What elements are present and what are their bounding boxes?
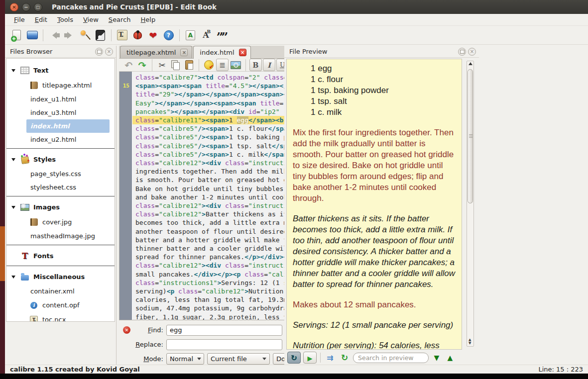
file-preview-title: File Preview xyxy=(289,48,328,55)
beautify-html-icon[interactable] xyxy=(203,59,215,71)
redo-icon[interactable] xyxy=(136,59,148,71)
section-miscellaneous[interactable]: Miscellaneous xyxy=(6,269,115,284)
book-icon xyxy=(29,81,38,90)
sync-to-editor-icon[interactable] xyxy=(324,352,336,364)
file-mastheadImage.jpg[interactable]: mastheadImage.jpg xyxy=(6,229,115,243)
section-divider xyxy=(6,266,115,266)
check-book-icon[interactable] xyxy=(131,28,144,42)
close-tab-icon[interactable] xyxy=(180,49,188,56)
line-number xyxy=(119,244,132,253)
italic-icon[interactable] xyxy=(263,59,275,71)
section-images[interactable]: Images xyxy=(6,199,115,215)
section-label: Text xyxy=(33,67,49,74)
close-tab-icon[interactable] xyxy=(239,49,246,56)
file-index_u3.html[interactable]: index_u3.html xyxy=(6,106,115,119)
section-fonts[interactable]: Fonts xyxy=(6,248,115,264)
preview-paragraph: Batter thickens as it sits. If the batte… xyxy=(293,213,457,290)
title-bar: ✕ − □ Pancakes and Pie Crusts [EPUB] - E… xyxy=(5,0,588,14)
tab-titlepage[interactable]: titlepage.xhtml xyxy=(120,46,192,58)
auto-reload-toggle[interactable] xyxy=(287,352,301,364)
play-icon xyxy=(308,353,313,363)
cut-icon[interactable] xyxy=(156,59,168,71)
file-content.opf[interactable]: content.opf xyxy=(6,298,115,312)
close-panel-icon[interactable]: × xyxy=(105,48,113,56)
close-find-icon[interactable] xyxy=(123,326,130,334)
scroll-up-icon[interactable] xyxy=(469,62,472,65)
copy-icon[interactable] xyxy=(169,59,182,71)
change-case-icon[interactable] xyxy=(199,28,213,42)
tab-index-html[interactable]: index.html xyxy=(193,46,250,59)
preview-paragraph: 1 egg1 c. flour1 tsp. baking powder1 tsp… xyxy=(311,63,457,118)
file-page_styles.css[interactable]: page_styles.css xyxy=(6,167,115,181)
menu-tools[interactable]: Tools xyxy=(52,14,78,25)
separator xyxy=(320,353,321,363)
toolbar-separator xyxy=(152,59,152,71)
file-index_u1.html[interactable]: index_u1.html xyxy=(6,93,115,106)
window-minimize-icon[interactable]: − xyxy=(22,3,30,11)
insert-image-icon[interactable] xyxy=(230,59,242,71)
window-maximize-icon[interactable]: □ xyxy=(34,3,42,11)
toolbar-separator xyxy=(245,59,246,71)
tab-label: titlepage.xhtml xyxy=(126,49,176,56)
file-name: cover.jpg xyxy=(42,218,72,226)
scope-select[interactable]: Current file xyxy=(207,353,270,365)
float-panel-icon[interactable] xyxy=(95,48,103,56)
desktop-bottom-edge xyxy=(0,374,588,379)
book-icon xyxy=(29,218,38,226)
file-name: index_u3.html xyxy=(30,109,76,116)
file-stylesheet.css[interactable]: stylesheet.css xyxy=(6,181,115,194)
scroll-step-icons[interactable]: ▲▼ xyxy=(469,338,471,345)
cursor-position: Line: 15 : 223 xyxy=(538,366,583,373)
file-name: mastheadImage.jpg xyxy=(30,232,95,240)
new-file-icon[interactable] xyxy=(10,28,23,42)
undo-icon[interactable] xyxy=(122,59,135,71)
section-text[interactable]: Text xyxy=(6,63,115,78)
paste-icon[interactable] xyxy=(183,59,195,71)
refresh-preview-button[interactable] xyxy=(303,352,317,364)
bold-icon[interactable] xyxy=(249,59,262,71)
file-titlepage.xhtml[interactable]: titlepage.xhtml xyxy=(6,78,115,93)
scrollbar-thumb[interactable] xyxy=(468,69,473,203)
file-container.xml[interactable]: container.xml xyxy=(6,284,115,298)
mode-select[interactable]: Normal xyxy=(166,353,204,365)
donate-icon[interactable] xyxy=(146,28,160,42)
search-next-icon[interactable]: ▼ xyxy=(431,354,442,362)
window-close-icon[interactable]: ✕ xyxy=(10,3,18,11)
menu-search[interactable]: Search xyxy=(104,14,136,25)
edit-book-icon[interactable] xyxy=(94,28,107,42)
help-icon[interactable] xyxy=(162,28,175,42)
toolbar-separator xyxy=(179,29,180,41)
search-previous-icon[interactable]: ▲ xyxy=(445,354,456,362)
find-input[interactable] xyxy=(166,325,282,336)
menu-file[interactable]: File xyxy=(9,14,30,25)
forward-icon[interactable] xyxy=(63,28,76,42)
back-icon[interactable] xyxy=(47,28,61,42)
menu-view[interactable]: View xyxy=(78,14,104,25)
spellcheck-icon[interactable] xyxy=(184,28,197,42)
file-toc.ncx[interactable]: toc.ncx xyxy=(6,312,115,322)
file-index_u2.html[interactable]: index_u2.html xyxy=(6,133,115,146)
menu-edit[interactable]: Edit xyxy=(30,14,52,25)
reload-icon[interactable] xyxy=(339,352,351,364)
file-name: index_u2.html xyxy=(30,136,76,143)
menu-help[interactable]: Help xyxy=(136,14,161,25)
file-name: stylesheet.css xyxy=(30,184,76,191)
save-book-icon[interactable] xyxy=(25,28,39,42)
preview-document[interactable]: 1 egg1 c. flour1 tsp. baking powder1 tsp… xyxy=(286,59,462,350)
preview-scrollbar[interactable]: ▲▼ xyxy=(467,61,474,347)
pin-icon[interactable] xyxy=(78,28,92,42)
smarten-punctuation-icon[interactable] xyxy=(215,28,228,42)
float-panel-icon[interactable] xyxy=(458,48,466,56)
format-text-icon[interactable] xyxy=(216,59,229,71)
preview-search-input[interactable] xyxy=(353,353,429,363)
chevron-down-icon xyxy=(11,158,15,161)
line-number xyxy=(119,279,132,287)
desktop-wallpaper-patch xyxy=(0,226,5,281)
insert-font-icon[interactable] xyxy=(116,28,129,42)
file-index.html[interactable]: index.html xyxy=(26,119,110,133)
file-cover.jpg[interactable]: cover.jpg xyxy=(6,215,115,229)
window-title: Pancakes and Pie Crusts [EPUB] - Edit Bo… xyxy=(52,3,217,11)
close-panel-icon[interactable]: × xyxy=(468,48,476,56)
section-styles[interactable]: Styles xyxy=(6,152,115,167)
replace-input[interactable] xyxy=(166,339,282,350)
